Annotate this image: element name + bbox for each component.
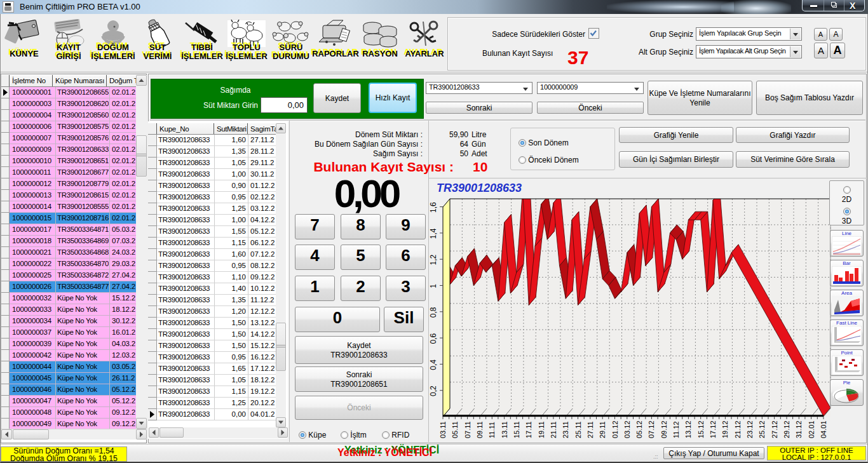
svg-text:27.12: 27.12: [771, 420, 778, 438]
svg-text:25.12: 25.12: [758, 420, 766, 438]
svg-text:25.11: 25.11: [574, 421, 582, 438]
svg-text:07.12: 07.12: [648, 420, 655, 438]
svg-text:21.11: 21.11: [550, 421, 557, 438]
svg-text:29.12: 29.12: [783, 420, 790, 438]
svg-text:17.12: 17.12: [709, 420, 717, 438]
svg-text:0,4: 0,4: [429, 359, 438, 370]
svg-text:TR39001208633: TR39001208633: [437, 182, 522, 194]
svg-text:09.12: 09.12: [660, 420, 668, 438]
svg-text:23.11: 23.11: [562, 421, 569, 438]
svg-text:15.12: 15.12: [697, 420, 705, 438]
svg-text:31.12: 31.12: [795, 420, 803, 438]
svg-text:0,2: 0,2: [429, 386, 438, 396]
svg-text:17.11: 17.11: [525, 421, 532, 438]
svg-text:01.12: 01.12: [611, 420, 619, 438]
svg-text:19.11: 19.11: [538, 421, 545, 438]
svg-text:23.12: 23.12: [746, 420, 754, 438]
svg-text:15.11: 15.11: [513, 421, 520, 438]
svg-text:03.11: 03.11: [439, 421, 447, 438]
svg-text:1,2: 1,2: [429, 255, 438, 265]
svg-text:04.01: 04.01: [820, 420, 827, 438]
svg-text:21.12: 21.12: [734, 420, 742, 438]
svg-text:1,4: 1,4: [429, 228, 438, 239]
svg-text:13.12: 13.12: [684, 420, 692, 438]
svg-text:27.11: 27.11: [587, 421, 594, 438]
svg-text:11.12: 11.12: [672, 421, 680, 438]
svg-text:02.01: 02.01: [808, 420, 815, 438]
svg-text:1,6: 1,6: [429, 202, 438, 213]
svg-text:29.11: 29.11: [599, 421, 606, 438]
svg-text:1: 1: [429, 284, 438, 288]
svg-text:0,8: 0,8: [429, 307, 438, 318]
svg-text:11.11: 11.11: [488, 422, 496, 438]
svg-text:05.12: 05.12: [635, 420, 643, 438]
svg-text:03.12: 03.12: [623, 420, 631, 438]
svg-text:07.11: 07.11: [464, 421, 471, 438]
svg-text:13.11: 13.11: [501, 421, 508, 438]
svg-text:05.11: 05.11: [451, 421, 459, 438]
svg-text:0,6: 0,6: [429, 333, 438, 344]
svg-text:19.12: 19.12: [721, 420, 729, 438]
svg-text:09.11: 09.11: [476, 421, 484, 438]
